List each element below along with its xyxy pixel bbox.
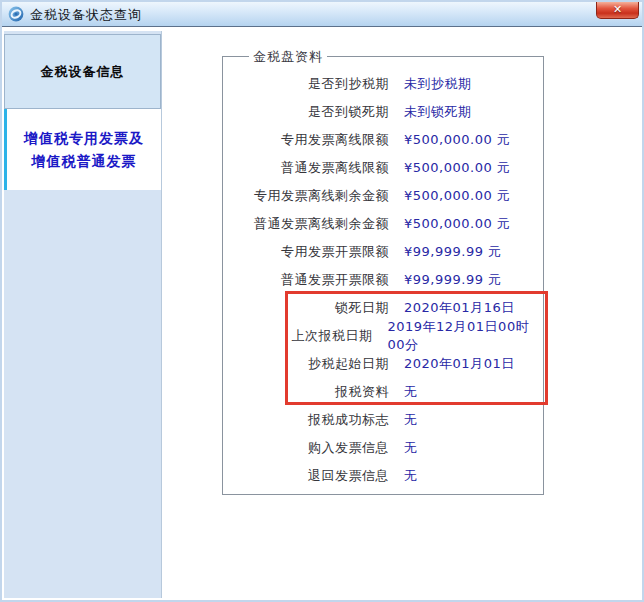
field-value: 2020年01月01日 xyxy=(404,355,515,373)
table-row: 普通发票离线剩余金额¥500,000.00 元 xyxy=(223,210,543,238)
sidebar-item-label: 增值税专用发票及增值税普通发票 xyxy=(18,127,150,172)
table-row: 报税资料无 xyxy=(223,378,543,406)
field-value: ¥500,000.00 元 xyxy=(404,159,510,177)
app-window: 金税设备状态查询 ✕ 金税设备信息 增值税专用发票及增值税普通发票 金税盘资料 … xyxy=(0,0,644,602)
field-value: ¥99,999.99 元 xyxy=(404,243,502,261)
table-row: 购入发票信息无 xyxy=(223,434,543,462)
field-value: ¥500,000.00 元 xyxy=(404,187,510,205)
field-label: 专用发票开票限额 xyxy=(223,243,389,261)
title-bar[interactable]: 金税设备状态查询 ✕ xyxy=(2,2,642,27)
table-row: 上次报税日期2019年12月01日00时00分 xyxy=(223,322,543,350)
window-title: 金税设备状态查询 xyxy=(30,2,142,27)
groupbox-title: 金税盘资料 xyxy=(249,48,327,66)
field-value: ¥500,000.00 元 xyxy=(404,131,510,149)
field-label: 购入发票信息 xyxy=(223,439,389,457)
field-value: 未到锁死期 xyxy=(404,103,472,121)
field-value: 未到抄税期 xyxy=(404,75,472,93)
table-row: 是否到抄税期未到抄税期 xyxy=(223,70,543,98)
field-value: 无 xyxy=(404,439,418,457)
field-label: 是否到锁死期 xyxy=(223,103,389,121)
table-row: 专用发票离线限额¥500,000.00 元 xyxy=(223,126,543,154)
sidebar-item-device-info[interactable]: 金税设备信息 xyxy=(4,34,161,109)
field-value: ¥99,999.99 元 xyxy=(404,271,502,289)
field-label: 普通发票离线剩余金额 xyxy=(223,215,389,233)
field-label: 专用发票离线限额 xyxy=(223,131,389,149)
close-button[interactable]: ✕ xyxy=(596,2,639,19)
info-rows: 是否到抄税期未到抄税期 是否到锁死期未到锁死期 专用发票离线限额¥500,000… xyxy=(223,70,543,490)
field-value: 无 xyxy=(404,467,418,485)
sidebar-item-vat-invoices[interactable]: 增值税专用发票及增值税普通发票 xyxy=(4,109,161,190)
field-label: 普通发票开票限额 xyxy=(223,271,389,289)
field-label: 是否到抄税期 xyxy=(223,75,389,93)
table-row: 抄税起始日期2020年01月01日 xyxy=(223,350,543,378)
field-label: 退回发票信息 xyxy=(223,467,389,485)
table-row: 普通发票离线限额¥500,000.00 元 xyxy=(223,154,543,182)
table-row: 报税成功标志无 xyxy=(223,406,543,434)
table-row: 专用发票开票限额¥99,999.99 元 xyxy=(223,238,543,266)
field-label: 上次报税日期 xyxy=(223,327,372,345)
close-icon: ✕ xyxy=(613,3,622,16)
table-row: 是否到锁死期未到锁死期 xyxy=(223,98,543,126)
table-row: 退回发票信息无 xyxy=(223,462,543,490)
field-label: 专用发票离线剩余金额 xyxy=(223,187,389,205)
table-row: 普通发票开票限额¥99,999.99 元 xyxy=(223,266,543,294)
field-label: 报税资料 xyxy=(223,383,389,401)
groupbox-tax-disk-info: 金税盘资料 是否到抄税期未到抄税期 是否到锁死期未到锁死期 专用发票离线限额¥5… xyxy=(222,56,544,495)
field-value: ¥500,000.00 元 xyxy=(404,215,510,233)
field-label: 普通发票离线限额 xyxy=(223,159,389,177)
table-row: 专用发票离线剩余金额¥500,000.00 元 xyxy=(223,182,543,210)
field-label: 锁死日期 xyxy=(223,299,389,317)
sidebar-item-label: 金税设备信息 xyxy=(41,63,125,81)
field-value: 2020年01月16日 xyxy=(404,299,515,317)
field-value: 无 xyxy=(404,383,418,401)
field-value: 2019年12月01日00时00分 xyxy=(387,318,543,354)
app-icon xyxy=(8,6,24,22)
field-label: 抄税起始日期 xyxy=(223,355,389,373)
sidebar: 金税设备信息 增值税专用发票及增值税普通发票 xyxy=(4,31,162,598)
field-value: 无 xyxy=(404,411,418,429)
field-label: 报税成功标志 xyxy=(223,411,389,429)
